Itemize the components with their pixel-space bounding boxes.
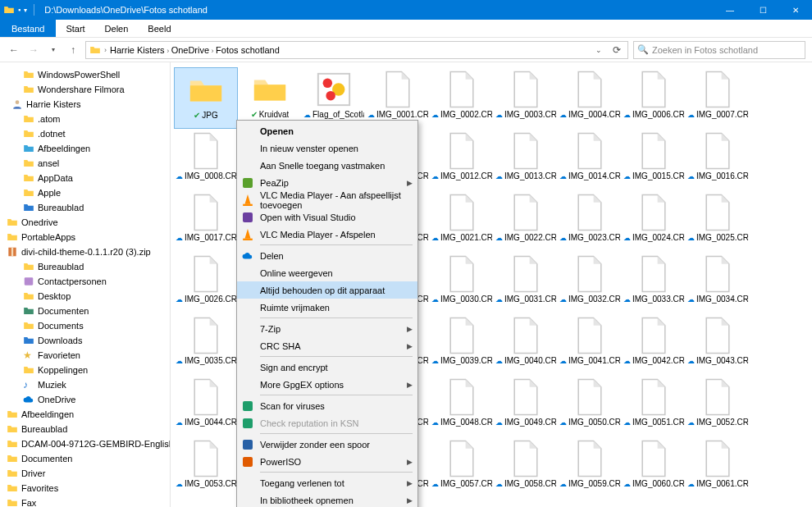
back-button[interactable]: ←: [7, 43, 21, 57]
file-item[interactable]: ☁IMG_0044.CR2: [174, 375, 238, 436]
menu-item[interactable]: Verwijder zonder een spoor: [237, 436, 417, 453]
search-box[interactable]: 🔍 Zoeken in Fotos schotland: [633, 41, 805, 59]
forward-button[interactable]: →: [26, 43, 41, 57]
file-item[interactable]: ☁IMG_0012.CR2: [430, 129, 494, 190]
file-item[interactable]: ☁IMG_0032.CR2: [558, 252, 622, 313]
tree-node[interactable]: Documenten: [0, 451, 170, 466]
tree-node[interactable]: .dotnet: [0, 126, 170, 141]
tree-node[interactable]: OneDrive: [0, 392, 170, 407]
ribbon-tab-beeld[interactable]: Beeld: [138, 20, 180, 37]
tree-node[interactable]: Desktop: [0, 289, 170, 304]
file-item[interactable]: ☁IMG_0003.CR2: [494, 67, 558, 129]
ribbon-tab-delen[interactable]: Delen: [95, 20, 139, 37]
file-item[interactable]: ☁IMG_0024.CR2: [622, 190, 686, 252]
menu-item[interactable]: Online weergeven: [237, 264, 417, 281]
file-item[interactable]: ☁IMG_0049.CR2: [494, 375, 558, 436]
file-item[interactable]: ☁IMG_0030.CR2: [430, 252, 494, 313]
menu-item[interactable]: Open with Visual Studio: [237, 208, 417, 226]
file-item[interactable]: ☁IMG_0043.CR2: [686, 313, 750, 375]
file-item[interactable]: ☁IMG_0014.CR2: [558, 129, 622, 190]
tree-node[interactable]: Koppelingen: [0, 363, 170, 377]
file-item[interactable]: ☁IMG_0023.CR2: [558, 190, 622, 252]
menu-item[interactable]: Scan for viruses: [237, 397, 417, 414]
address-bar[interactable]: › Harrie Kisters › OneDrive › Fotos scho…: [85, 41, 628, 59]
tree-node[interactable]: Apple: [0, 185, 170, 200]
menu-item[interactable]: In bibliotheek opnemen▶: [237, 491, 417, 507]
up-button[interactable]: ↑: [66, 43, 80, 57]
menu-item[interactable]: PowerISO▶: [237, 453, 417, 470]
file-item[interactable]: ☁IMG_0051.CR2: [622, 375, 686, 436]
tree-node[interactable]: Documents: [0, 318, 170, 333]
file-item[interactable]: ☁IMG_0061.CR2: [686, 436, 750, 498]
file-item[interactable]: ☁IMG_0026.CR2: [174, 252, 238, 313]
file-item[interactable]: ☁IMG_0060.CR2: [622, 436, 686, 498]
navigation-tree[interactable]: WindowsPowerShellWondershare FilmoraHarr…: [0, 62, 171, 507]
tree-node[interactable]: ♪Muziek: [0, 377, 170, 392]
tree-node[interactable]: Documenten: [0, 304, 170, 318]
file-item[interactable]: ☁IMG_0017.CR2: [174, 190, 238, 252]
file-item[interactable]: ☁IMG_0007.CR2: [686, 67, 750, 129]
menu-item[interactable]: Altijd behouden op dit apparaat: [237, 281, 417, 299]
file-item[interactable]: ☁IMG_0015.CR2: [622, 129, 686, 190]
file-item[interactable]: ☁IMG_0042.CR2: [622, 313, 686, 375]
file-item[interactable]: ☁IMG_0039.CR2: [430, 313, 494, 375]
tree-node[interactable]: Contactpersonen: [0, 274, 170, 289]
tree-node[interactable]: Bureaublad: [0, 259, 170, 274]
file-item[interactable]: ☁IMG_0035.CR2: [174, 313, 238, 375]
tree-node[interactable]: WindowsPowerShell: [0, 67, 170, 82]
file-item[interactable]: ☁IMG_0041.CR2: [558, 313, 622, 375]
tree-node[interactable]: divi-child-theme-0.1.1.r20 (3).zip: [0, 244, 170, 259]
tree-node[interactable]: Fax: [0, 496, 170, 507]
menu-item[interactable]: Ruimte vrijmaken: [237, 299, 417, 316]
menu-item[interactable]: Aan Snelle toegang vastmaken: [237, 157, 417, 174]
refresh-button[interactable]: ⟳: [609, 43, 624, 57]
file-item[interactable]: ☁IMG_0034.CR2: [686, 252, 750, 313]
tree-node[interactable]: DCAM-004-9712G-GEMBIRD-English: [0, 436, 170, 451]
menu-item[interactable]: CRC SHA▶: [237, 337, 417, 354]
file-item[interactable]: ☁IMG_0052.CR2: [686, 375, 750, 436]
tree-node[interactable]: Driver: [0, 466, 170, 481]
breadcrumb-segment[interactable]: OneDrive: [171, 45, 209, 55]
file-item[interactable]: ☁IMG_0058.CR2: [494, 436, 558, 498]
tree-node[interactable]: AppData: [0, 171, 170, 185]
file-item[interactable]: ☁IMG_0002.CR2: [430, 67, 494, 129]
file-item[interactable]: ☁IMG_0048.CR2: [430, 375, 494, 436]
tree-node[interactable]: PortableApps: [0, 230, 170, 244]
maximize-button[interactable]: ☐: [746, 0, 779, 20]
menu-item[interactable]: Delen: [237, 247, 417, 264]
file-item[interactable]: ☁IMG_0031.CR2: [494, 252, 558, 313]
breadcrumb-segment[interactable]: Fotos schotland: [216, 45, 280, 55]
address-dropdown-icon[interactable]: ⌄: [591, 43, 606, 57]
menu-item[interactable]: VLC Media Player - Aan afspeellijst toev…: [237, 191, 417, 208]
file-item[interactable]: ☁IMG_0025.CR2: [686, 190, 750, 252]
menu-item[interactable]: VLC Media Player - Afspelen: [237, 226, 417, 243]
file-item[interactable]: ☁IMG_0021.CR2: [430, 190, 494, 252]
file-item[interactable]: ☁IMG_0040.CR2: [494, 313, 558, 375]
file-item[interactable]: ☁IMG_0057.CR2: [430, 436, 494, 498]
tree-node[interactable]: ★Favorieten: [0, 348, 170, 363]
file-item[interactable]: ☁IMG_0016.CR2: [686, 129, 750, 190]
file-item[interactable]: ☁IMG_0059.CR2: [558, 436, 622, 498]
menu-item[interactable]: 7-Zip▶: [237, 320, 417, 337]
tree-node[interactable]: Harrie Kisters: [0, 97, 170, 112]
menu-item[interactable]: Openen: [237, 122, 417, 139]
recent-dropdown[interactable]: ▾: [46, 43, 61, 57]
file-item[interactable]: ☁IMG_0004.CR2: [558, 67, 622, 129]
file-item[interactable]: ✔JPG: [174, 67, 238, 129]
file-item[interactable]: ☁IMG_0013.CR2: [494, 129, 558, 190]
qat-dropdown-icon[interactable]: ▾: [24, 7, 27, 14]
tree-node[interactable]: Favorites: [0, 481, 170, 496]
menu-item[interactable]: PeaZip▶: [237, 174, 417, 191]
tree-node[interactable]: Bureaublad: [0, 422, 170, 436]
tree-node[interactable]: ansel: [0, 156, 170, 171]
tree-node[interactable]: .atom: [0, 112, 170, 126]
file-item[interactable]: ☁IMG_0053.CR2: [174, 436, 238, 498]
file-item[interactable]: ☁IMG_0050.CR2: [558, 375, 622, 436]
ribbon-file-tab[interactable]: Bestand: [0, 20, 56, 37]
file-item[interactable]: ☁IMG_0033.CR2: [622, 252, 686, 313]
tree-node[interactable]: Bureaublad: [0, 200, 170, 215]
file-item[interactable]: ☁IMG_0022.CR2: [494, 190, 558, 252]
tree-node[interactable]: Onedrive: [0, 215, 170, 230]
tree-node[interactable]: Afbeeldingen: [0, 407, 170, 422]
file-item[interactable]: ☁IMG_0008.CR2: [174, 129, 238, 190]
